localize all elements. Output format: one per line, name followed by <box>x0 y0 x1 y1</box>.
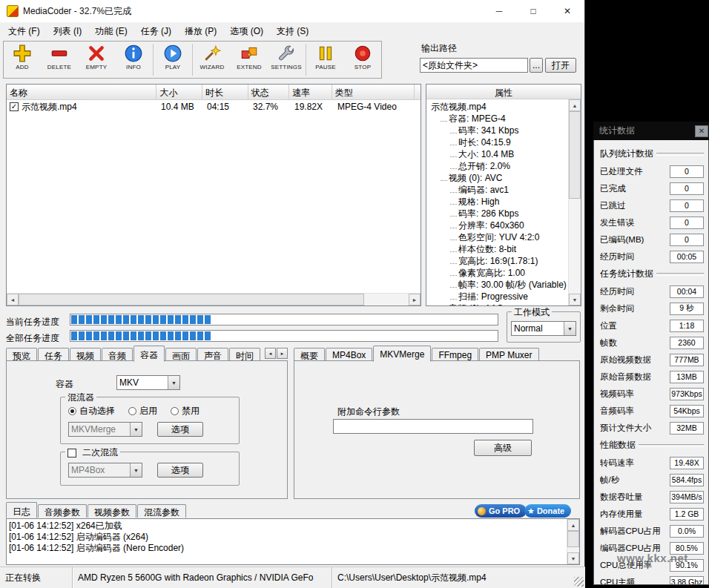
tree-item[interactable]: 规格: High <box>428 196 568 208</box>
advanced-button[interactable]: 高级 <box>474 440 532 456</box>
tree-item[interactable]: 样本位数: 8-bit <box>428 243 568 255</box>
maximize-icon[interactable]: □ <box>516 0 550 22</box>
bottom-tab-2[interactable]: 视频参数 <box>88 504 136 518</box>
go-pro-button[interactable]: Go PRO <box>475 504 527 518</box>
tree-item[interactable]: 分辨率: 640x360 <box>428 219 568 231</box>
toolbar-button-info[interactable]: INFO <box>115 42 152 78</box>
column-header[interactable]: 时长 <box>202 85 248 99</box>
secondary-options-button[interactable]: 选项 <box>157 463 203 478</box>
container-select[interactable]: MKV ▼ <box>116 375 180 390</box>
muxer-radio[interactable]: 自动选择 <box>68 405 115 417</box>
menu-item[interactable]: 选项 (O) <box>223 23 270 40</box>
column-header[interactable]: 速率 <box>289 85 332 99</box>
toolbar-button-pause[interactable]: PAUSE <box>307 42 344 78</box>
muxer-select[interactable]: MKVMerge ▼ <box>68 422 142 437</box>
scrollbar-track[interactable] <box>567 547 579 552</box>
donate-button[interactable]: ★ Donate <box>524 504 571 518</box>
left-tab-7[interactable]: 时间 <box>229 348 260 361</box>
tree-item[interactable]: 色彩空间: YUV 4:2:0 <box>428 231 568 243</box>
tree-item[interactable]: 总开销: 2.0% <box>428 160 568 172</box>
left-tab-6[interactable]: 声音 <box>197 348 228 361</box>
left-tab-5[interactable]: 画面 <box>165 348 197 361</box>
toolbar-button-delete[interactable]: DELETE <box>41 42 78 78</box>
tree-item[interactable]: 宽高比: 16:9(1.78:1) <box>428 255 568 267</box>
menu-item[interactable]: 任务 (J) <box>134 23 178 40</box>
muxer-radio[interactable]: 禁用 <box>171 405 199 417</box>
tree-item[interactable]: 像素宽高比: 1.00 <box>428 267 568 279</box>
tree-item[interactable]: 帧率: 30.00 帧/秒 (Variable) <box>428 279 568 291</box>
toolbar-button-add[interactable]: ADD <box>4 42 41 78</box>
scrollbar-track[interactable] <box>364 294 409 305</box>
bottom-tab-0[interactable]: 日志 <box>6 502 37 518</box>
bottom-tab-1[interactable]: 音频参数 <box>38 504 87 518</box>
toolbar-button-extend[interactable]: EXTEND <box>231 42 268 78</box>
horizontal-scrollbar[interactable]: ◄ ► <box>7 293 421 305</box>
close-icon[interactable]: ✕ <box>695 125 708 137</box>
column-header[interactable]: 状态 <box>248 85 290 99</box>
scrollbar-thumb[interactable] <box>19 294 364 305</box>
close-icon[interactable]: ✕ <box>550 0 584 22</box>
toolbar-button-wizard[interactable]: WIZARD <box>194 42 231 78</box>
minimize-icon[interactable]: ─ <box>482 0 516 22</box>
muxer-options-button[interactable]: 选项 <box>157 422 203 437</box>
menu-item[interactable]: 播放 (P) <box>178 23 223 40</box>
log-scrollbar[interactable]: ▲ ▼ <box>567 519 579 564</box>
chevron-down-icon[interactable]: ▼ <box>564 322 576 335</box>
toolbar-button-stop[interactable]: STOP <box>344 42 381 78</box>
muxer-radio[interactable]: 启用 <box>128 405 157 417</box>
toolbar-button-empty[interactable]: EMPTY <box>78 42 115 78</box>
tree-item[interactable]: 扫描: Progressive <box>428 291 568 303</box>
menu-item[interactable]: 功能 (E) <box>88 23 133 40</box>
column-header[interactable]: 名称 <box>7 85 156 99</box>
scroll-down-icon[interactable]: ▼ <box>569 294 581 305</box>
tree-item[interactable]: 示范视频.mp4 <box>428 101 568 113</box>
left-tab-3[interactable]: 音频 <box>102 348 133 361</box>
scroll-up-icon[interactable]: ▲ <box>567 519 579 531</box>
secondary-mux-checkbox[interactable] <box>67 449 76 457</box>
toolbar-button-settings[interactable]: SETTINGS <box>268 42 305 78</box>
scrollbar-thumb[interactable] <box>567 531 579 547</box>
column-header[interactable]: 大小 <box>156 85 202 99</box>
tree-item[interactable]: 容器: MPEG-4 <box>428 113 568 125</box>
right-tab-2[interactable]: MKVMerge <box>373 346 431 362</box>
right-tab-0[interactable]: 概要 <box>294 348 325 361</box>
left-tab-2[interactable]: 视频 <box>70 348 101 361</box>
menu-item[interactable]: 列表 (I) <box>47 23 89 40</box>
scroll-up-icon[interactable]: ▲ <box>569 99 581 111</box>
resize-grip[interactable] <box>574 577 584 587</box>
chevron-down-icon[interactable]: ▼ <box>168 376 179 389</box>
row-checkbox[interactable]: ✓ <box>10 102 19 111</box>
left-tab-0[interactable]: 预览 <box>6 348 37 361</box>
column-header[interactable]: 类型 <box>332 85 415 99</box>
menu-item[interactable]: 支持 (S) <box>270 23 315 40</box>
right-tab-3[interactable]: FFmpeg <box>432 348 478 361</box>
right-tab-1[interactable]: MP4Box <box>326 348 372 361</box>
toolbar-button-play[interactable]: PLAY <box>154 42 191 78</box>
tree-item[interactable]: 时长: 04:15.9 <box>428 136 568 148</box>
workmode-select[interactable]: Normal ▼ <box>511 321 576 336</box>
tree-item[interactable]: 编码器: avc1 <box>428 184 568 196</box>
right-tab-4[interactable]: PMP Muxer <box>479 348 538 361</box>
browse-button[interactable]: ... <box>530 58 543 73</box>
tree-item[interactable]: 码率: 341 Kbps <box>428 125 568 136</box>
tree-item[interactable]: 视频 (0): AVC <box>428 172 568 184</box>
scrollbar-track[interactable] <box>569 199 581 294</box>
tree-item[interactable]: 码率: 286 Kbps <box>428 208 568 219</box>
scrollbar-thumb[interactable] <box>569 111 581 199</box>
scroll-right-icon[interactable]: ► <box>409 294 421 305</box>
tab-scroll-right-icon[interactable]: ► <box>277 348 288 359</box>
extra-params-input[interactable] <box>333 419 533 434</box>
secondary-mux-select[interactable]: MP4Box ▼ <box>68 463 142 478</box>
filelist-row[interactable]: ✓示范视频.mp410.4 MB04:1532.7%19.82XMPEG-4 V… <box>7 100 421 113</box>
tab-scroll-left-icon[interactable]: ◄ <box>265 348 276 359</box>
log-area[interactable]: [01-06 14:12:52] x264已加载[01-06 14:12:52]… <box>6 518 580 565</box>
scroll-left-icon[interactable]: ◄ <box>7 294 19 305</box>
chevron-down-icon[interactable]: ▼ <box>130 423 142 436</box>
vertical-scrollbar[interactable]: ▲ ▼ <box>568 99 581 305</box>
scroll-down-icon[interactable]: ▼ <box>567 552 579 564</box>
menu-item[interactable]: 文件 (F) <box>1 23 47 40</box>
tree-item[interactable]: 大小: 10.4 MB <box>428 148 568 160</box>
tree-item[interactable]: 音频 (0): AAC <box>428 303 568 305</box>
output-path-input[interactable]: <原始文件夹> <box>420 58 528 73</box>
chevron-down-icon[interactable]: ▼ <box>130 463 142 477</box>
